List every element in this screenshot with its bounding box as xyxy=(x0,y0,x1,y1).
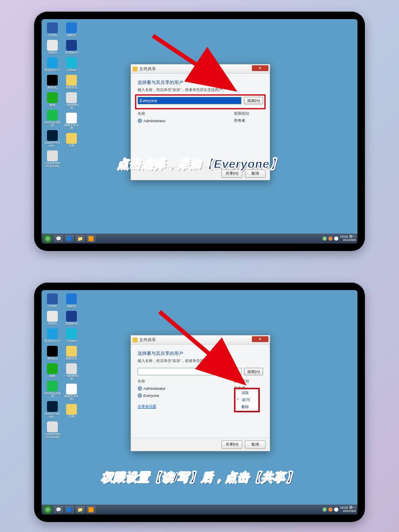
start-button[interactable] xyxy=(43,234,52,243)
perm-option-remove[interactable]: 删除 xyxy=(236,404,258,411)
icon-label: 新建文本文档 xyxy=(63,395,80,401)
taskbar-wechat-icon[interactable]: 💬 xyxy=(54,235,63,242)
desktop-icon[interactable]: 360安全浏览器 xyxy=(44,381,61,398)
taskbar-app-icon[interactable]: 🟧 xyxy=(86,235,96,242)
desktop-icon[interactable]: 文档 xyxy=(63,133,80,147)
desktop-icon[interactable]: 计算机 xyxy=(44,293,61,308)
svg-point-1 xyxy=(45,236,50,241)
perm-option-readwrite[interactable]: 读/写 xyxy=(236,397,258,404)
clock-date: 2022/8/8 xyxy=(340,510,356,513)
dialog-titlebar[interactable]: 文件共享 ✕ xyxy=(131,64,270,74)
app-icon xyxy=(47,110,58,121)
tray-icon[interactable] xyxy=(328,507,332,512)
icon-label: 精密投送 xyxy=(63,357,80,360)
icon-label: 易撰助手2 xyxy=(63,322,80,325)
desktop-icon[interactable]: 易撰助手2 xyxy=(63,40,80,54)
add-button[interactable]: 添加(A) xyxy=(244,97,263,104)
desktop-icon[interactable]: 腾讯QQ xyxy=(44,75,61,89)
desktop-icon[interactable]: 精密投送 xyxy=(63,75,80,89)
start-button[interactable] xyxy=(43,505,52,514)
desktop-icons: 计算机 回收站 爱思助手7.0 腾讯QQ 微信 360安全浏览器 Adobe P… xyxy=(44,22,81,170)
desktop-icon[interactable]: Adobe Photosh... xyxy=(44,130,61,147)
perm-option-read[interactable]: 读取 xyxy=(236,389,258,397)
user-perm[interactable]: 所有者 xyxy=(234,118,263,123)
taskbar-explorer-icon[interactable]: 📁 xyxy=(76,506,85,513)
desktop-screen-top: 计算机 回收站 爱思助手7.0 腾讯QQ 微信 360安全浏览器 Adobe P… xyxy=(42,19,357,244)
desktop-icon[interactable]: 易撰助手2 xyxy=(63,311,80,325)
tray-icon[interactable] xyxy=(323,236,327,241)
user-row[interactable]: Administrator 所有者 xyxy=(138,117,263,124)
user-combo-input[interactable] xyxy=(138,97,241,104)
svg-point-3 xyxy=(45,507,50,512)
taskbar-todesk-icon[interactable]: 🟦 xyxy=(65,235,74,242)
col-perm: 权限级别 xyxy=(234,111,263,116)
add-button[interactable]: 添加(A) xyxy=(244,368,263,375)
system-tray[interactable]: 19:02 周一 2022/8/8 xyxy=(323,234,356,244)
desktop-icon[interactable]: 腾讯QQ xyxy=(44,346,61,360)
app-icon xyxy=(66,363,77,374)
taskbar-todesk-icon[interactable]: 🟦 xyxy=(65,506,74,513)
desktop-icon[interactable]: ToDesk xyxy=(63,328,80,342)
user-combo-input[interactable] xyxy=(138,368,241,375)
user-icon xyxy=(138,386,142,391)
app-icon xyxy=(47,22,58,33)
taskbar-app-icon[interactable]: 🟧 xyxy=(86,506,96,513)
icon-label: 融媒宝 xyxy=(63,305,80,308)
app-icon xyxy=(47,311,58,322)
taskbar-wechat-icon[interactable]: 💬 xyxy=(54,506,63,513)
desktop-icon[interactable]: 回收站 xyxy=(44,40,61,54)
icon-label: 360安全浏览器 xyxy=(44,392,61,398)
app-icon xyxy=(47,130,58,141)
app-icon xyxy=(66,75,77,86)
desktop-icon[interactable]: ToDesk xyxy=(63,57,80,71)
cancel-button[interactable]: 取消 xyxy=(245,441,266,449)
desktop-icon[interactable]: 微信 xyxy=(44,363,61,377)
sharing-help-link[interactable]: 共享有问题 xyxy=(138,404,156,409)
desktop-icon[interactable]: 360安全浏览器 xyxy=(44,110,61,127)
desktop-icon[interactable]: 精密投送 xyxy=(63,346,80,360)
tray-icon[interactable] xyxy=(328,236,332,241)
tray-icon[interactable] xyxy=(334,507,338,512)
icon-label: 微信 xyxy=(44,103,61,106)
close-button[interactable]: ✕ xyxy=(252,65,268,71)
permission-menu[interactable]: 读取 读/写 删除 xyxy=(235,389,259,411)
folder-icon xyxy=(133,337,138,342)
desktop-icon[interactable]: 计算机 xyxy=(44,22,61,37)
desktop-icon[interactable]: 爱思助手7.0 xyxy=(44,57,61,71)
icon-label: 易撰助手2 xyxy=(63,51,80,54)
desktop-icon[interactable]: 文档 xyxy=(63,404,80,418)
user-name: Everyone xyxy=(143,394,159,398)
tray-icon[interactable] xyxy=(334,236,338,241)
desktop-icon[interactable]: 新建文本文档 xyxy=(63,113,80,130)
icon-label: 一键清理垃圾 xyxy=(63,103,80,109)
list-header: 名称 权限级别 xyxy=(138,378,263,385)
desktop-icon[interactable]: 一键清理垃圾 xyxy=(63,363,80,380)
col-perm: 权限级别 xyxy=(234,379,263,384)
desktop-icon[interactable]: 爱思助手7.0 xyxy=(44,328,61,342)
icon-label: 腾讯QQ xyxy=(44,86,61,89)
taskbar[interactable]: 💬 🟦 📁 🟧 19:02 周一 2022/8/8 xyxy=(42,234,357,244)
share-button[interactable]: 共享(H) xyxy=(222,441,242,449)
desktop-icon[interactable]: 新建文本文档 xyxy=(63,384,80,401)
desktop-icon[interactable]: CorelDRAW X6 (64-Bit) xyxy=(44,421,61,438)
desktop-icon[interactable]: 微信 xyxy=(44,92,61,106)
icon-label: 爱思助手7.0 xyxy=(44,69,61,71)
app-icon xyxy=(47,401,58,412)
tray-icon[interactable] xyxy=(323,507,327,512)
desktop-icon[interactable]: 融媒宝 xyxy=(63,22,80,37)
desktop-icon[interactable]: Adobe Photosh... xyxy=(44,401,61,418)
dialog-footer: 共享(H) 取消 xyxy=(131,438,270,451)
desktop-icon[interactable]: 融媒宝 xyxy=(63,293,80,308)
tablet-bottom: 计算机 回收站 爱思助手7.0 腾讯QQ 微信 360安全浏览器 Adobe P… xyxy=(34,283,365,522)
dialog-titlebar[interactable]: 文件共享 ✕ xyxy=(131,335,270,345)
close-button[interactable]: ✕ xyxy=(252,336,268,342)
app-icon xyxy=(66,113,77,123)
desktop-icon[interactable]: 回收站 xyxy=(44,311,61,325)
icon-label: 新建文本文档 xyxy=(63,124,80,130)
desktop-icon[interactable]: 一键清理垃圾 xyxy=(63,92,80,109)
taskbar-explorer-icon[interactable]: 📁 xyxy=(76,235,85,242)
folder-icon xyxy=(133,66,138,71)
dialog-hint: 键入名称，然后单击"添加"，或者单击箭头查找用户。 xyxy=(138,87,263,93)
system-tray[interactable]: 19:02 周一 2022/8/8 xyxy=(323,505,356,515)
taskbar[interactable]: 💬 🟦 📁 🟧 19:02 周一 2022/8/8 xyxy=(42,505,357,515)
